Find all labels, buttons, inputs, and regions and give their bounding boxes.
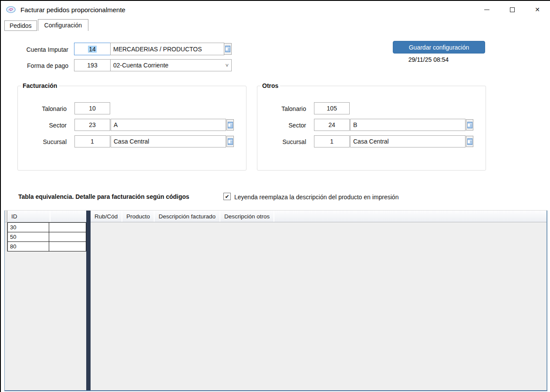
otros-talonario-input[interactable]: 105 xyxy=(314,102,350,114)
otros-sector-code-value: 24 xyxy=(328,121,335,128)
forma-pago-code-value: 193 xyxy=(87,62,97,69)
forma-pago-select[interactable]: 02-Cuenta Corriente ˅ xyxy=(110,59,232,71)
facturacion-sector-name-value: A xyxy=(114,121,118,128)
column-header-desc-facturado[interactable]: Descripción facturado xyxy=(155,211,219,222)
otros-talonario-value: 105 xyxy=(327,105,337,112)
table-row: 30 xyxy=(8,223,86,232)
id-grid-header-filler xyxy=(51,211,86,222)
tab-pedidos[interactable]: Pedidos xyxy=(4,20,37,31)
facturacion-sucursal-label: Sucursal xyxy=(18,138,67,145)
check-icon: ✔ xyxy=(225,194,229,199)
minimize-button[interactable] xyxy=(474,1,499,18)
id-cell[interactable]: 50 xyxy=(8,232,49,242)
facturacion-sector-code-input[interactable]: 23 xyxy=(74,119,110,131)
forma-pago-code-input[interactable]: 193 xyxy=(74,59,111,71)
facturacion-sector-name-input[interactable]: A xyxy=(111,119,226,131)
cuenta-imputar-code-input[interactable]: 14 xyxy=(74,43,111,55)
otros-sucursal-name-input[interactable]: Casa Central xyxy=(350,135,466,147)
empty-cell[interactable] xyxy=(49,223,86,232)
save-config-button[interactable]: Guardar configuración xyxy=(393,41,485,54)
lookup-icon xyxy=(467,122,472,128)
group-otros: Otros Talonario 105 Sector 24 B Sucursal… xyxy=(257,86,486,171)
id-grid-corner xyxy=(5,211,7,222)
column-header-rubcod[interactable]: Rub/Cód xyxy=(91,211,121,222)
forma-pago-selected-value: 02-Cuenta Corriente xyxy=(113,62,169,69)
cuenta-imputar-desc-input[interactable]: MERCADERIAS / PRODUCTOS xyxy=(110,43,224,55)
lookup-icon xyxy=(228,138,233,145)
maximize-icon xyxy=(510,7,515,12)
tab-strip: Pedidos Configuración xyxy=(4,19,88,31)
otros-sector-lookup-button[interactable] xyxy=(466,119,473,131)
equivalence-title: Tabla equivalencia. Detalle para factura… xyxy=(18,193,189,200)
facturacion-sector-label: Sector xyxy=(18,122,67,129)
facturacion-talonario-value: 10 xyxy=(89,105,96,112)
window-controls: ✕ xyxy=(474,1,550,18)
facturacion-sucursal-name-input[interactable]: Casa Central xyxy=(111,135,226,147)
detail-grid-header-filler xyxy=(274,211,547,222)
saved-timestamp: 29/11/25 08:54 xyxy=(394,56,463,63)
id-grid-header: ID xyxy=(5,211,86,222)
equivalence-grids: ID 30 50 80 Rub/Có xyxy=(4,210,547,391)
otros-sector-code-input[interactable]: 24 xyxy=(314,119,350,131)
table-row: 50 xyxy=(8,232,86,242)
facturacion-talonario-input[interactable]: 10 xyxy=(74,102,110,114)
app-icon xyxy=(6,6,17,13)
window: { "window": { "title": "Facturar pedidos… xyxy=(0,0,550,392)
otros-sucursal-lookup-button[interactable] xyxy=(466,136,473,147)
cuenta-imputar-desc-value: MERCADERIAS / PRODUCTOS xyxy=(113,46,202,53)
detail-grid: Rub/Cód Producto Descripción facturado D… xyxy=(91,211,547,390)
group-otros-title: Otros xyxy=(260,82,280,89)
otros-sector-name-value: B xyxy=(353,121,357,128)
close-button[interactable]: ✕ xyxy=(525,1,550,18)
cuenta-imputar-label: Cuenta Imputar xyxy=(18,46,68,53)
group-facturacion-title: Facturación xyxy=(21,82,59,89)
otros-sucursal-code-input[interactable]: 1 xyxy=(314,135,350,147)
close-icon: ✕ xyxy=(535,7,540,13)
minimize-icon xyxy=(484,10,489,10)
forma-pago-label: Forma de pago xyxy=(18,62,68,69)
lookup-icon xyxy=(467,138,472,145)
tab-pedidos-label: Pedidos xyxy=(10,22,32,29)
lookup-icon xyxy=(228,122,233,128)
otros-sector-name-input[interactable]: B xyxy=(350,119,466,131)
legend-checkbox-label: Leyenda reemplaza la descripción del pro… xyxy=(234,194,398,201)
cuenta-imputar-code-value: 14 xyxy=(88,46,97,53)
id-grid-body: 30 50 80 xyxy=(5,222,86,251)
cuenta-imputar-lookup-button[interactable] xyxy=(224,43,232,55)
table-row: 80 xyxy=(8,242,86,251)
empty-cell[interactable] xyxy=(49,232,86,242)
otros-sector-label: Sector xyxy=(257,122,306,129)
otros-sucursal-label: Sucursal xyxy=(257,138,306,145)
tab-configuracion[interactable]: Configuración xyxy=(38,19,88,31)
facturacion-sector-code-value: 23 xyxy=(89,121,96,128)
legend-checkbox[interactable]: ✔ xyxy=(223,193,231,200)
id-grid: ID 30 50 80 xyxy=(4,211,86,390)
facturacion-sector-lookup-button[interactable] xyxy=(226,119,234,131)
otros-sucursal-code-value: 1 xyxy=(330,138,334,145)
facturacion-talonario-label: Talonario xyxy=(18,105,67,112)
id-cell[interactable]: 80 xyxy=(8,242,49,251)
facturacion-sucursal-lookup-button[interactable] xyxy=(226,136,234,147)
group-facturacion: Facturación Talonario 10 Sector 23 A Suc… xyxy=(17,86,246,171)
grid-splitter[interactable] xyxy=(86,211,91,390)
otros-talonario-label: Talonario xyxy=(257,105,306,112)
id-cell[interactable]: 30 xyxy=(8,223,49,232)
tab-configuracion-label: Configuración xyxy=(44,22,82,29)
titlebar: Facturar pedidos proporcionalmente ✕ xyxy=(1,1,550,18)
maximize-button[interactable] xyxy=(499,1,525,18)
detail-grid-body xyxy=(91,222,547,391)
column-header-producto[interactable]: Producto xyxy=(122,211,154,222)
facturacion-sucursal-code-value: 1 xyxy=(91,138,94,145)
detail-grid-header: Rub/Cód Producto Descripción facturado D… xyxy=(91,211,547,222)
facturacion-sucursal-code-input[interactable]: 1 xyxy=(74,135,110,147)
chevron-down-icon: ˅ xyxy=(225,62,229,69)
lookup-icon xyxy=(225,46,230,52)
window-title: Facturar pedidos proporcionalmente xyxy=(20,6,125,13)
empty-cell[interactable] xyxy=(49,242,86,251)
facturacion-sucursal-name-value: Casa Central xyxy=(114,138,149,145)
otros-sucursal-name-value: Casa Central xyxy=(353,138,389,145)
column-header-desc-otros[interactable]: Descripción otros xyxy=(220,211,273,222)
id-column-header[interactable]: ID xyxy=(8,211,50,222)
